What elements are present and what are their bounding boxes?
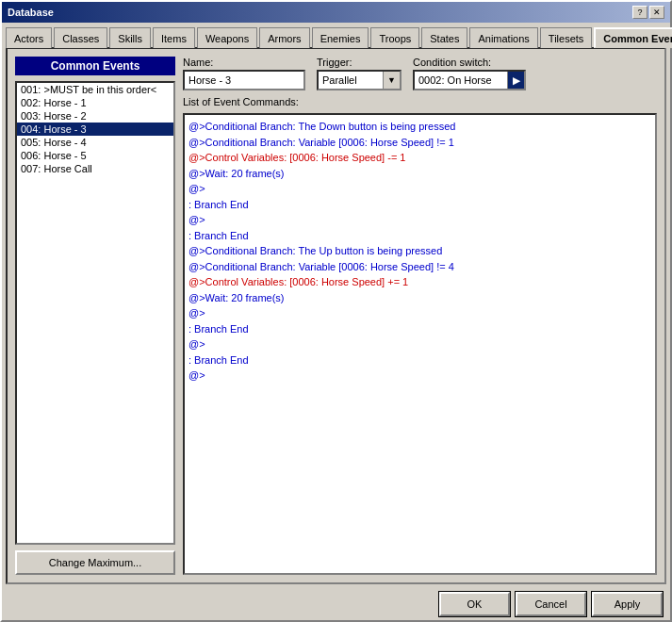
tab-actors[interactable]: Actors <box>6 27 52 48</box>
event-line: : Branch End <box>188 321 651 337</box>
tab-classes[interactable]: Classes <box>54 27 107 48</box>
left-panel: Common Events 001: >MUST be in this orde… <box>15 57 175 575</box>
main-window: Database ? ✕ ActorsClassesSkillsItemsWea… <box>0 0 672 622</box>
trigger-field-group: Trigger: Parallel ▼ <box>317 57 402 90</box>
tab-common-events[interactable]: Common Events <box>594 27 672 48</box>
content-area: Common Events 001: >MUST be in this orde… <box>6 47 666 584</box>
change-maximum-button[interactable]: Change Maximum... <box>15 550 175 575</box>
title-bar-buttons: ? ✕ <box>632 6 664 19</box>
event-line: @> <box>188 336 651 352</box>
ok-button[interactable]: OK <box>439 592 510 616</box>
trigger-dropdown-arrow[interactable]: ▼ <box>383 72 400 89</box>
tab-animations[interactable]: Animations <box>469 27 537 48</box>
footer: OK Cancel Apply <box>2 588 670 620</box>
event-commands-box: @>Conditional Branch: The Down button is… <box>183 113 657 575</box>
list-item[interactable]: 001: >MUST be in this order< <box>17 83 173 96</box>
fields-row: Name: Trigger: Parallel ▼ Condition swit… <box>183 57 657 90</box>
cancel-button[interactable]: Cancel <box>516 592 586 616</box>
tab-skills[interactable]: Skills <box>109 27 151 48</box>
condition-value: 0002: On Horse <box>415 74 507 87</box>
panel-title: Common Events <box>15 57 175 75</box>
tab-troops[interactable]: Troops <box>370 27 419 48</box>
close-button[interactable]: ✕ <box>649 6 664 19</box>
condition-switch[interactable]: 0002: On Horse ▶ <box>413 70 526 90</box>
event-line: @>Conditional Branch: Variable [0006: Ho… <box>188 135 651 151</box>
event-line: : Branch End <box>188 197 651 213</box>
condition-label: Condition switch: <box>413 57 526 68</box>
tab-enemies[interactable]: Enemies <box>312 27 369 48</box>
event-line: @>Wait: 20 frame(s) <box>188 166 651 182</box>
name-input[interactable] <box>183 70 305 90</box>
event-line: @>Wait: 20 frame(s) <box>188 290 651 306</box>
tab-weapons[interactable]: Weapons <box>197 27 257 48</box>
apply-button[interactable]: Apply <box>592 592 663 616</box>
trigger-value: Parallel <box>319 74 383 87</box>
help-button[interactable]: ? <box>632 6 647 19</box>
list-item[interactable]: 005: Horse - 4 <box>17 136 173 149</box>
condition-switch-button[interactable]: ▶ <box>507 72 524 89</box>
event-line: @>Control Variables: [0006: Horse Speed]… <box>188 274 651 290</box>
event-line: @>Conditional Branch: The Up button is b… <box>188 243 651 259</box>
right-panel: Name: Trigger: Parallel ▼ Condition swit… <box>183 57 657 575</box>
name-label: Name: <box>183 57 305 68</box>
event-line: @>Conditional Branch: Variable [0006: Ho… <box>188 259 651 275</box>
list-item[interactable]: 004: Horse - 3 <box>17 123 173 136</box>
name-field-group: Name: <box>183 57 305 90</box>
event-line: @> <box>188 181 651 197</box>
event-line: @> <box>188 305 651 321</box>
tab-tilesets[interactable]: Tilesets <box>540 27 593 48</box>
list-item[interactable]: 003: Horse - 2 <box>17 109 173 123</box>
tab-bar: ActorsClassesSkillsItemsWeaponsArmorsEne… <box>2 23 670 47</box>
event-line: @>Control Variables: [0006: Horse Speed]… <box>188 150 651 166</box>
tab-items[interactable]: Items <box>153 27 195 48</box>
window-title: Database <box>8 7 54 18</box>
tab-armors[interactable]: Armors <box>259 27 309 48</box>
event-line: : Branch End <box>188 228 651 244</box>
event-line: @> <box>188 212 651 228</box>
event-line: @> <box>188 368 651 384</box>
list-item[interactable]: 002: Horse - 1 <box>17 96 173 109</box>
list-item[interactable]: 007: Horse Call <box>17 162 173 175</box>
condition-field-group: Condition switch: 0002: On Horse ▶ <box>413 57 526 90</box>
event-line: : Branch End <box>188 352 651 368</box>
list-item[interactable]: 006: Horse - 5 <box>17 149 173 162</box>
trigger-dropdown[interactable]: Parallel ▼ <box>317 70 402 90</box>
event-commands-label: List of Event Commands: <box>183 96 657 107</box>
title-bar: Database ? ✕ <box>2 2 670 23</box>
event-line: @>Conditional Branch: The Down button is… <box>188 119 651 135</box>
tab-states[interactable]: States <box>421 27 467 48</box>
events-list: 001: >MUST be in this order<002: Horse -… <box>15 81 175 545</box>
trigger-label: Trigger: <box>317 57 402 68</box>
